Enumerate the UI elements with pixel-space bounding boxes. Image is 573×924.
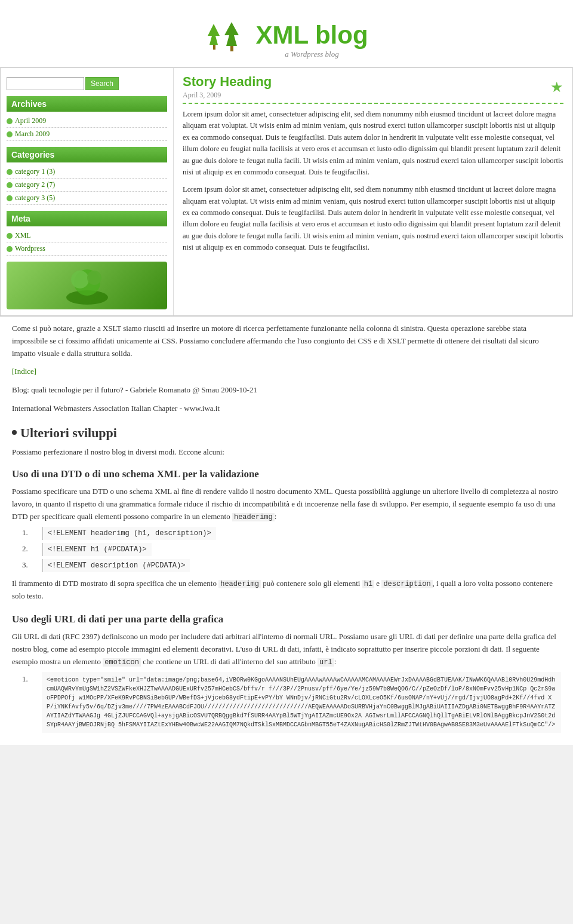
- meta-list: XML Wordpress: [7, 229, 167, 256]
- list-item: <!ELEMENT headerimg (h1, description)>: [30, 527, 561, 539]
- dtd-para2-code3: description: [381, 580, 432, 588]
- bullet-icon: [7, 182, 13, 188]
- meta-wordpress[interactable]: Wordpress: [7, 244, 167, 253]
- url-element-inline: emoticon: [103, 658, 141, 667]
- categories-title: Categories: [7, 147, 167, 162]
- dtd-para-2: Il frammento di DTD mostrato di sopra sp…: [12, 578, 561, 603]
- dtd-para2-code1: headerimg: [218, 580, 261, 588]
- svg-marker-2: [224, 22, 239, 46]
- svg-point-7: [87, 271, 101, 285]
- list-item: XML: [7, 229, 167, 242]
- list-item: category 2 (7): [7, 179, 167, 192]
- site-title: XML blog: [255, 21, 368, 50]
- url-heading: Uso degli URL di dati per una parte dell…: [12, 611, 561, 627]
- dtd-code-line-2: <!ELEMENT h1 (#PCDATA)>: [42, 543, 152, 556]
- bullet-icon: [7, 195, 13, 201]
- list-item: Wordpress: [7, 242, 167, 256]
- logo-trees: [205, 21, 247, 59]
- url-attr-inline: url: [318, 658, 334, 667]
- dtd-element-inline: headerimg: [232, 513, 275, 521]
- story-paragraph-1: Lorem ipsum dolor sit amet, consectetuer…: [183, 109, 563, 178]
- svg-marker-0: [208, 24, 220, 45]
- categories-list: category 1 (3) category 2 (7) category 3…: [7, 165, 167, 205]
- bullet-icon: [7, 118, 13, 124]
- bullet-icon: [12, 430, 17, 435]
- bullet-icon: [7, 169, 13, 175]
- category-2[interactable]: category 2 (7): [7, 180, 167, 189]
- archives-march-2009[interactable]: March 2009: [7, 130, 167, 139]
- svg-rect-1: [213, 45, 215, 50]
- archives-list: April 2009 March 2009: [7, 115, 167, 141]
- dtd-code-list: <!ELEMENT headerimg (h1, description)> <…: [30, 527, 561, 572]
- list-item: <!ELEMENT description (#PCDATA)>: [30, 559, 561, 572]
- meta-title: Meta: [7, 211, 167, 226]
- search-input[interactable]: [7, 77, 84, 90]
- category-3[interactable]: category 3 (5): [7, 194, 167, 202]
- list-item: <!ELEMENT h1 (#PCDATA)>: [30, 543, 561, 555]
- ulteriori-intro: Possiamo perfezionare il nostro blog in …: [12, 446, 561, 459]
- svg-rect-3: [230, 46, 233, 51]
- svg-point-6: [71, 271, 89, 288]
- dtd-code-line-1: <!ELEMENT headerimg (h1, description)>: [42, 527, 216, 540]
- search-area: Search: [7, 77, 167, 90]
- dtd-heading: Uso di una DTD o di uno schema XML per l…: [12, 466, 561, 482]
- list-item: March 2009: [7, 128, 167, 141]
- indice-link[interactable]: [Indice]: [12, 367, 36, 376]
- story-heading-title: Story Heading: [183, 74, 272, 90]
- category-1[interactable]: category 1 (3): [7, 167, 167, 176]
- url-para-1: Gli URL di dati (RFC 2397) definiscono u…: [12, 631, 561, 668]
- archives-title: Archives: [7, 96, 167, 112]
- list-item: April 2009: [7, 115, 167, 128]
- story-date: April 3, 2009: [183, 91, 272, 100]
- archives-april-2009[interactable]: April 2009: [7, 116, 167, 125]
- star-icon: ★: [550, 79, 563, 96]
- site-subtitle: a Wordpress blog: [255, 50, 368, 59]
- list-item: category 1 (3): [7, 165, 167, 179]
- association-line: International Webmasters Association Ita…: [12, 403, 561, 415]
- emoticon-code-block: <emoticon type="smile" url="data:image/p…: [42, 672, 561, 733]
- list-item: <emoticon type="smile" url="data:image/p…: [30, 672, 561, 733]
- story-heading-area: Story Heading April 3, 2009 ★: [183, 74, 563, 104]
- meta-xml[interactable]: XML: [7, 231, 167, 240]
- dtd-code-line-3: <!ELEMENT description (#PCDATA)>: [42, 559, 190, 572]
- dtd-para-1: Possiamo specificare una DTD o uno schem…: [12, 486, 561, 523]
- intro-text-1: Come si può notare, grazie a XSLT siamo …: [12, 323, 561, 360]
- list-item: category 3 (5): [7, 192, 167, 205]
- indice-para: [Indice]: [12, 366, 561, 378]
- story-paragraph-2: Lorem ipsum dolor sit amet, consectetuer…: [183, 184, 563, 253]
- blog-info: Blog: quali tecnologie per il futuro? - …: [12, 384, 561, 397]
- sidebar-decorative-image: [7, 262, 167, 309]
- dtd-para2-code2: h1: [362, 580, 374, 588]
- emoticon-code-list: <emoticon type="smile" url="data:image/p…: [30, 672, 561, 733]
- bullet-icon: [7, 246, 13, 252]
- ulteriori-heading: Ulteriori sviluppi: [12, 422, 561, 443]
- bullet-icon: [7, 131, 13, 137]
- search-button[interactable]: Search: [85, 77, 119, 90]
- bullet-icon: [7, 233, 13, 239]
